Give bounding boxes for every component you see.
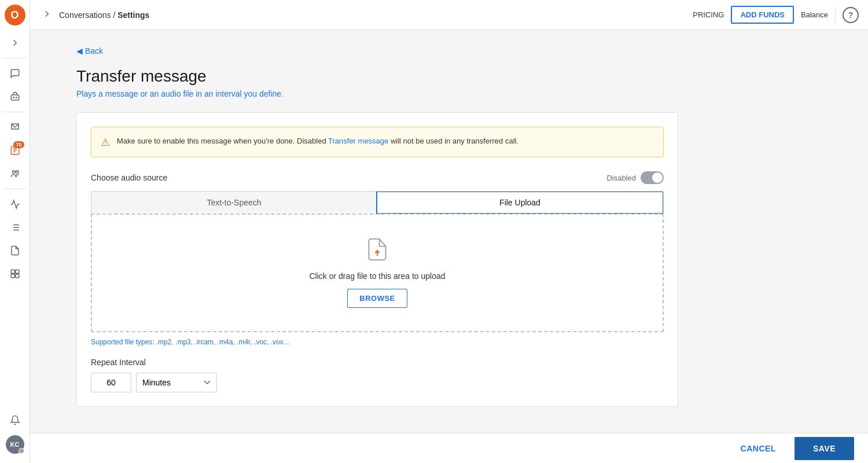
sidebar-bottom: KC	[5, 410, 25, 458]
content-area: ◀ Back Transfer message Plays a message …	[30, 30, 868, 463]
enable-toggle[interactable]	[641, 171, 664, 184]
user-avatar[interactable]: KC	[6, 435, 24, 454]
supported-files-text: Supported file types: .mp2, .mp3, .ircam…	[91, 338, 664, 346]
svg-point-4	[12, 171, 15, 174]
warning-text-before: Make sure to enable this message when yo…	[117, 137, 328, 145]
svg-rect-15	[15, 274, 19, 278]
breadcrumb-separator: /	[111, 10, 118, 20]
sidebar-item-reports[interactable]	[5, 194, 25, 215]
disabled-toggle-row: Disabled	[606, 171, 664, 184]
svg-rect-13	[15, 270, 19, 273]
svg-rect-12	[11, 270, 14, 273]
audio-source-label: Choose audio source	[91, 173, 167, 182]
pricing-link[interactable]: PRICING	[693, 10, 724, 19]
main-area: Conversations / Settings PRICING ADD FUN…	[30, 0, 868, 463]
sidebar: O 70	[0, 0, 30, 463]
upload-text: Click or drag file to this area to uploa…	[309, 271, 445, 281]
warning-icon: ⚠	[101, 136, 110, 149]
tab-file-upload[interactable]: File Upload	[376, 191, 664, 214]
back-label: Back	[85, 46, 103, 56]
bottom-bar: CANCEL SAVE	[30, 433, 868, 463]
breadcrumb: Conversations / Settings	[59, 10, 688, 20]
sidebar-item-team[interactable]	[5, 163, 25, 184]
sidebar-divider-lower	[3, 189, 27, 189]
topbar-actions: PRICING ADD FUNDS Balance ?	[693, 6, 859, 24]
nav-chevron-icon[interactable]	[39, 6, 54, 24]
warning-banner: ⚠ Make sure to enable this message when …	[91, 127, 664, 157]
sidebar-divider-top	[3, 58, 27, 58]
sidebar-item-chat[interactable]	[5, 63, 25, 84]
save-button[interactable]: SAVE	[795, 437, 854, 460]
cancel-button[interactable]: CANCEL	[729, 439, 788, 458]
browse-button[interactable]: BROWSE	[347, 289, 407, 308]
interval-unit-select[interactable]: Seconds Minutes Hours	[136, 373, 217, 392]
warning-link[interactable]: Transfer message	[328, 137, 388, 145]
svg-point-1	[13, 97, 14, 98]
warning-text: Make sure to enable this message when yo…	[117, 135, 518, 147]
balance-label: Balance	[801, 10, 828, 19]
notification-icon[interactable]	[5, 410, 25, 431]
repeat-interval-label: Repeat Interval	[91, 358, 664, 367]
svg-point-2	[16, 97, 17, 98]
settings-card: ⚠ Make sure to enable this message when …	[76, 112, 678, 407]
back-link[interactable]: ◀ Back	[76, 46, 833, 56]
help-icon[interactable]: ?	[843, 7, 859, 23]
sidebar-item-audit[interactable]	[5, 240, 25, 261]
sidebar-item-bot[interactable]	[5, 86, 25, 107]
sidebar-item-tickets[interactable]: 70	[5, 140, 25, 161]
warning-text-after: will not be used in any transferred call…	[388, 137, 518, 145]
sidebar-item-settings[interactable]	[5, 263, 25, 284]
page-subtitle: Plays a message or an audio file in an i…	[76, 89, 833, 98]
breadcrumb-current: Settings	[117, 10, 149, 20]
repeat-interval-row: Seconds Minutes Hours	[91, 373, 664, 392]
upload-icon	[366, 238, 389, 263]
sidebar-item-inbox[interactable]	[5, 117, 25, 138]
topbar-divider	[835, 8, 836, 22]
audio-source-row: Choose audio source Disabled	[91, 171, 664, 184]
disabled-label: Disabled	[606, 174, 636, 182]
svg-rect-14	[11, 274, 14, 278]
topbar: Conversations / Settings PRICING ADD FUN…	[30, 0, 868, 30]
toggle-knob	[652, 172, 663, 183]
upload-area[interactable]: Click or drag file to this area to uploa…	[91, 214, 664, 332]
svg-point-5	[16, 171, 19, 174]
avatar-initials: KC	[10, 441, 20, 448]
sidebar-icon-chevron[interactable]	[5, 32, 25, 53]
ticket-badge: 70	[13, 141, 24, 148]
svg-rect-0	[11, 95, 19, 100]
add-funds-button[interactable]: ADD FUNDS	[731, 6, 794, 24]
page-title: Transfer message	[76, 67, 833, 86]
back-arrow-icon: ◀	[76, 46, 83, 56]
sidebar-item-list[interactable]	[5, 217, 25, 238]
tab-text-to-speech[interactable]: Text-to-Speech	[91, 192, 377, 214]
interval-input[interactable]	[91, 373, 131, 392]
breadcrumb-parent[interactable]: Conversations	[59, 10, 111, 20]
app-logo[interactable]: O	[5, 5, 25, 25]
sidebar-divider-mid	[3, 112, 27, 112]
audio-source-tabs: Text-to-Speech File Upload	[91, 191, 664, 214]
